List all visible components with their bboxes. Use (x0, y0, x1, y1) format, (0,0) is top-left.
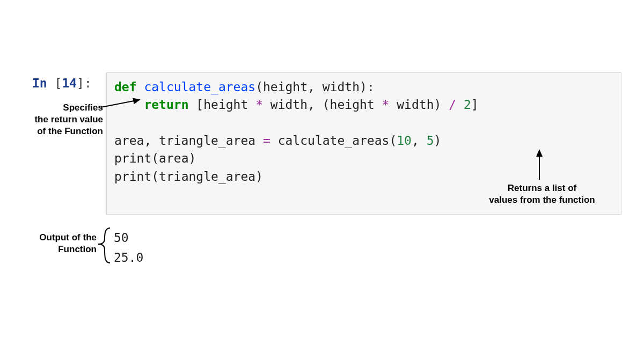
operator-div: / (449, 98, 456, 112)
assign-rhs-fn: calculate_areas (270, 134, 390, 148)
print-arg: area (159, 151, 188, 165)
param-width: width (323, 80, 360, 94)
paren-close: ) (255, 170, 263, 183)
assign-lhs: area, triangle_area (114, 134, 263, 148)
expr-part: width) (389, 98, 449, 112)
keyword-def: def (114, 80, 137, 94)
operator-mul: * (382, 98, 390, 112)
prompt-colon: : (84, 76, 92, 90)
call-open: ( (389, 134, 397, 148)
paren-open: ( (151, 151, 159, 165)
paren-open: ( (151, 170, 159, 183)
paren-open: ( (255, 80, 263, 94)
list-open: [ (188, 98, 203, 112)
arg-five: 5 (427, 134, 434, 148)
paren-close: ) (360, 80, 367, 94)
print-call: print (114, 170, 151, 183)
annotation-text: Specifies (63, 102, 103, 113)
cell-output: 50 25.0 (114, 228, 143, 268)
annotation-return-value: Specifies the return value of the Functi… (1, 102, 103, 137)
annotation-text: the return value (34, 114, 103, 124)
operator-mul: * (255, 98, 263, 112)
keyword-return: return (144, 98, 188, 112)
comma: , (308, 80, 323, 94)
annotation-list-return: Returns a list of values from the functi… (462, 182, 623, 206)
output-line-2: 25.0 (114, 251, 143, 264)
output-line-1: 50 (114, 231, 129, 245)
function-name: calculate_areas (144, 80, 255, 94)
number-two: 2 (464, 98, 471, 112)
print-call: print (114, 151, 151, 165)
colon: : (367, 80, 375, 94)
print-arg: triangle_area (159, 170, 255, 183)
comma: , (412, 134, 427, 148)
annotation-text: values from the function (489, 195, 595, 205)
param-height: height (263, 80, 308, 94)
brace-icon (98, 228, 110, 263)
annotation-text: Function (58, 244, 97, 254)
call-close: ) (434, 134, 442, 148)
prompt-number: 14 (62, 76, 77, 90)
expr-part: width, (height (263, 98, 382, 112)
annotation-output: Output of the Function (16, 232, 97, 255)
operator-eq: = (263, 134, 270, 148)
cell-prompt: In [14]: (32, 76, 92, 90)
annotation-text: Output of the (39, 232, 97, 243)
paren-close: ) (189, 151, 196, 165)
annotation-text: of the Function (37, 126, 103, 136)
annotation-text: Returns a list of (508, 183, 576, 193)
list-close: ] (471, 98, 479, 112)
space (456, 98, 464, 112)
arg-ten: 10 (397, 134, 412, 148)
expr-part: height (203, 98, 255, 112)
prompt-in: In (32, 76, 47, 90)
